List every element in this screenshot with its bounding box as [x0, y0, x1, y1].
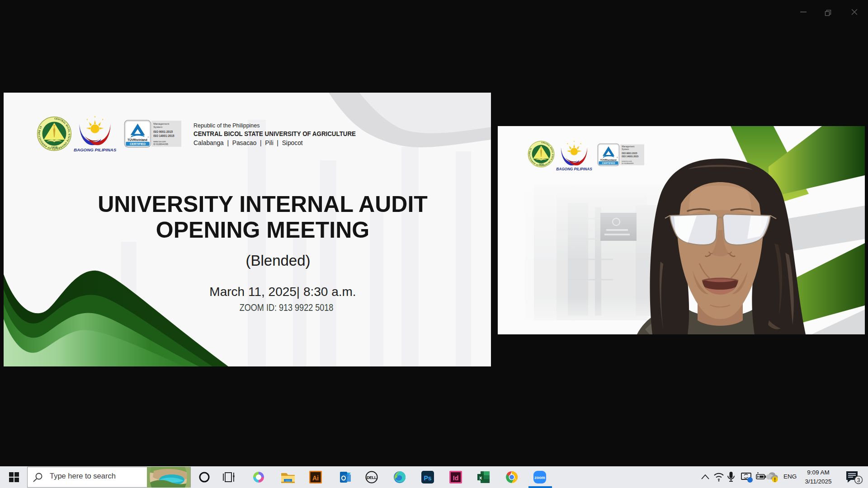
svg-text:3: 3 [857, 477, 860, 483]
svg-text:DELL: DELL [367, 475, 377, 480]
svg-text:Id: Id [453, 474, 458, 482]
svg-text:Ai: Ai [312, 474, 319, 482]
svg-text:zoom: zoom [534, 475, 545, 480]
svg-text:x: x [479, 475, 482, 480]
svg-text:Ps: Ps [424, 474, 431, 482]
